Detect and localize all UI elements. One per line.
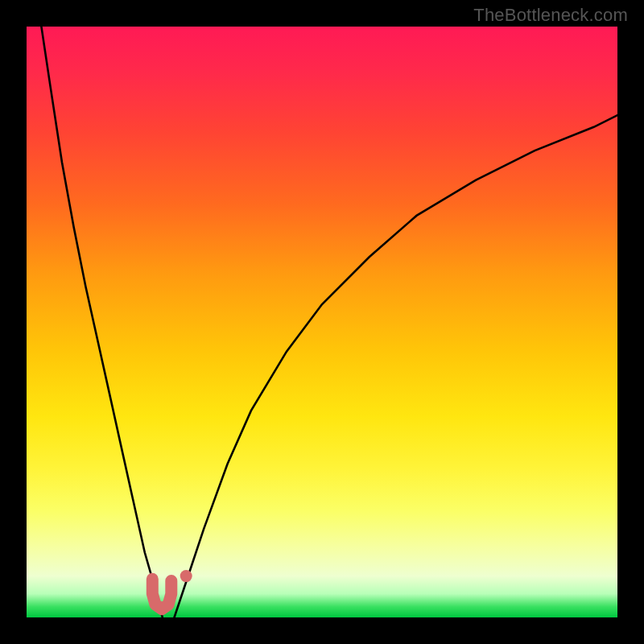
u-marker <box>152 579 171 609</box>
right-curve <box>175 115 618 617</box>
watermark-text: TheBottleneck.com <box>473 5 628 26</box>
curves-layer <box>27 27 617 617</box>
dot-marker <box>180 570 192 582</box>
chart-frame: TheBottleneck.com <box>0 0 644 644</box>
plot-area <box>27 27 617 617</box>
left-curve <box>41 27 162 617</box>
